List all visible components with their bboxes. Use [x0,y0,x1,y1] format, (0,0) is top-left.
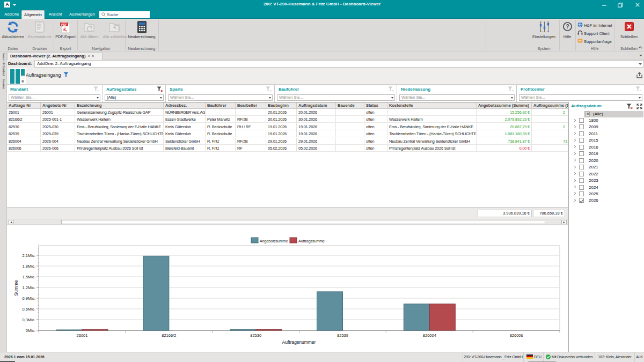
svg-text:826004: 826004 [423,333,436,338]
svg-text:1,2Mio.: 1,2Mio. [22,285,35,290]
svg-text:2,1Mio.: 2,1Mio. [22,253,35,258]
svg-text:82530: 82530 [250,333,261,338]
svg-text:82166/2: 82166/2 [162,333,176,338]
svg-text:0,9Mio.: 0,9Mio. [22,296,35,301]
svg-text:826006: 826006 [510,333,523,338]
svg-text:PDF: PDF [61,23,68,26]
svg-text:0,6Mio.: 0,6Mio. [22,307,35,312]
svg-text:Angebotssumme: Angebotssumme [260,239,288,243]
svg-text:Auftragsnummer: Auftragsnummer [282,339,316,345]
svg-text:0Mio.: 0Mio. [26,328,35,333]
svg-text:26001: 26001 [77,333,88,338]
svg-text:Auftragssumme: Auftragssumme [298,239,325,243]
svg-text:82539: 82539 [337,333,348,338]
svg-text:0,3Mio.: 0,3Mio. [22,317,35,322]
svg-text:?: ? [566,24,569,29]
svg-text:Summe: Summe [13,280,19,296]
svg-text:1,5Mio.: 1,5Mio. [22,275,35,279]
svg-text:1,8Mio.: 1,8Mio. [22,264,35,269]
